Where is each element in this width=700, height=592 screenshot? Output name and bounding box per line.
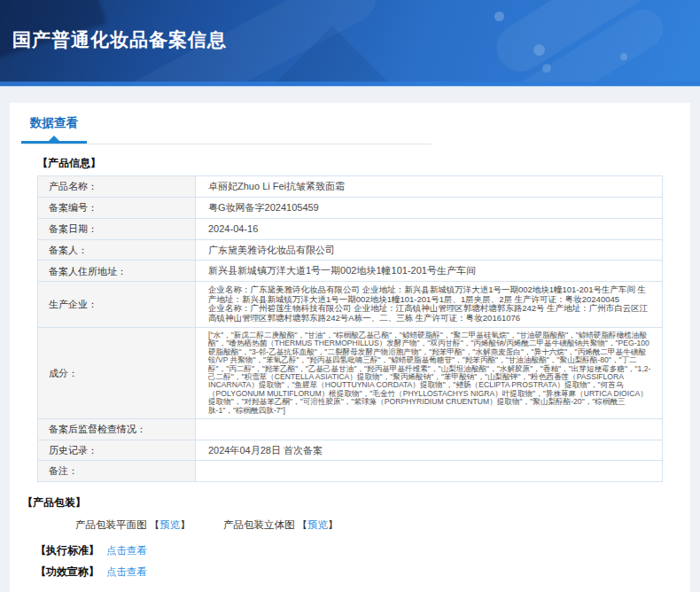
header-decoration-dot bbox=[620, 53, 627, 60]
content-card: 数据查看 【产品信息】 产品名称：卓丽妃Zhuo Li Fei抗皱紧致面霜备案编… bbox=[10, 103, 690, 592]
row-value: 粤G妆网备字2024105459 bbox=[196, 197, 663, 218]
table-row: 备注： bbox=[38, 461, 663, 481]
bracket-open: 【 bbox=[298, 519, 308, 530]
row-value: ["水"，"新戊二醇二庚酸酯"，"甘油"，"棕榈酸乙基己酯"，"鲸蜡硬脂醇"，"… bbox=[196, 327, 663, 419]
row-label: 备注： bbox=[38, 461, 196, 481]
tab-bar: 数据查看 bbox=[21, 103, 432, 144]
row-value: 新兴县新城镇万洋大道1号一期002地块1幢101-201号生产车间 bbox=[196, 261, 663, 282]
tab-data-view-label: 数据查看 bbox=[30, 116, 78, 129]
table-row: 生产企业：企业名称：广东黛美雅诗化妆品有限公司 企业地址：新兴县新城镇万洋大道1… bbox=[38, 282, 663, 328]
header-decoration-dot bbox=[533, 44, 545, 56]
table-row: 产品名称：卓丽妃Zhuo Li Fei抗皱紧致面霜 bbox=[38, 176, 663, 198]
header-banner: 国产普通化妆品备案信息 bbox=[0, 0, 700, 87]
tab-data-view[interactable]: 数据查看 bbox=[21, 115, 87, 144]
standard-section: 【执行标准】点击查看 bbox=[35, 543, 690, 558]
packaging-section-title: 【产品包装】 bbox=[22, 495, 690, 510]
table-row: 备案人：广东黛美雅诗化妆品有限公司 bbox=[38, 239, 663, 261]
row-value-paragraph: 企业名称：广州碧莲生物科技有限公司 企业地址：江高镇神山管理区郭塘村塘郭东路24… bbox=[208, 304, 651, 323]
row-label: 备案后监督检查情况： bbox=[38, 419, 196, 440]
bracket-close: 】 bbox=[180, 519, 191, 530]
row-value: 卓丽妃Zhuo Li Fei抗皱紧致面霜 bbox=[196, 176, 663, 198]
efficacy-section-title: 【功效宣称】 bbox=[35, 565, 99, 578]
standard-view-link[interactable]: 点击查看 bbox=[106, 545, 147, 556]
header-decoration bbox=[276, 26, 388, 87]
row-label: 备案编号： bbox=[38, 197, 196, 218]
row-value bbox=[196, 461, 663, 481]
table-row: 历史记录：2024年04月28日 首次备案 bbox=[38, 440, 663, 461]
packaging-stereo-preview-link[interactable]: 预览 bbox=[307, 519, 328, 530]
table-row: 备案编号：粤G妆网备字2024105459 bbox=[38, 197, 663, 218]
header-decoration bbox=[487, 0, 700, 81]
row-label: 备案日期： bbox=[38, 218, 196, 239]
table-row: 备案日期：2024-04-16 bbox=[38, 218, 663, 239]
product-info-section-title: 【产品信息】 bbox=[37, 156, 690, 171]
row-value: 企业名称：广东黛美雅诗化妆品有限公司 企业地址：新兴县新城镇万洋大道1号一期00… bbox=[196, 282, 663, 328]
row-label: 成分： bbox=[38, 327, 196, 419]
row-label: 生产企业： bbox=[38, 282, 196, 328]
row-value: 2024-04-16 bbox=[196, 218, 663, 239]
header-decoration-dot bbox=[542, 64, 551, 73]
row-value: 广东黛美雅诗化妆品有限公司 bbox=[196, 239, 663, 261]
efficacy-section: 【功效宣称】点击查看 bbox=[35, 565, 690, 580]
row-value-paragraph: 企业名称：广东黛美雅诗化妆品有限公司 企业地址：新兴县新城镇万洋大道1号一期00… bbox=[208, 285, 651, 304]
row-label: 产品名称： bbox=[38, 176, 196, 198]
header-decoration bbox=[500, 2, 671, 87]
row-value bbox=[196, 419, 663, 440]
row-label: 备案人住所地址： bbox=[38, 261, 196, 282]
packaging-flat-label: 产品包装平面图 bbox=[75, 519, 147, 530]
packaging-flat-preview-link[interactable]: 预览 bbox=[159, 519, 180, 530]
header-decoration-dot bbox=[494, 12, 504, 21]
tab-active-triangle-icon bbox=[49, 136, 59, 141]
packaging-preview-line: 产品包装平面图 【预览】 产品包装立体图 【预览】 bbox=[75, 518, 690, 532]
standard-section-title: 【执行标准】 bbox=[35, 544, 99, 557]
table-row: 备案后监督检查情况： bbox=[38, 419, 663, 440]
row-label: 备案人： bbox=[38, 239, 196, 261]
table-row: 成分：["水"，"新戊二醇二庚酸酯"，"甘油"，"棕榈酸乙基己酯"，"鲸蜡硬脂醇… bbox=[38, 327, 663, 419]
packaging-stereo-label: 产品包装立体图 bbox=[223, 519, 295, 530]
bracket-close: 】 bbox=[328, 519, 338, 530]
row-label: 历史记录： bbox=[38, 440, 196, 461]
table-row: 备案人住所地址：新兴县新城镇万洋大道1号一期002地块1幢101-201号生产车… bbox=[38, 261, 663, 282]
bracket-open: 【 bbox=[150, 519, 160, 530]
efficacy-view-link[interactable]: 点击查看 bbox=[106, 566, 147, 577]
header-bottom-band bbox=[0, 82, 700, 86]
product-info-table: 产品名称：卓丽妃Zhuo Li Fei抗皱紧致面霜备案编号：粤G妆网备字2024… bbox=[37, 175, 663, 482]
page-title: 国产普通化妆品备案信息 bbox=[12, 28, 227, 51]
row-value: 2024年04月28日 首次备案 bbox=[196, 440, 663, 461]
